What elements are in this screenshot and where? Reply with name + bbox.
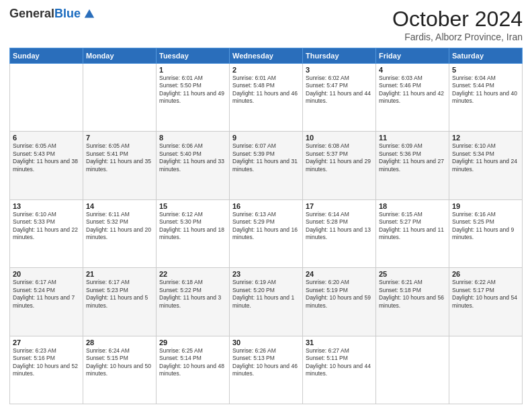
col-monday: Monday bbox=[83, 48, 157, 64]
day-info: Sunrise: 6:06 AM Sunset: 5:40 PM Dayligh… bbox=[159, 142, 226, 173]
day-info: Sunrise: 6:03 AM Sunset: 5:46 PM Dayligh… bbox=[379, 75, 446, 105]
day-number: 3 bbox=[306, 66, 373, 74]
table-row: 6Sunrise: 6:05 AM Sunset: 5:43 PM Daylig… bbox=[10, 132, 83, 199]
table-row: 8Sunrise: 6:06 AM Sunset: 5:40 PM Daylig… bbox=[157, 132, 230, 199]
day-info: Sunrise: 6:15 AM Sunset: 5:27 PM Dayligh… bbox=[379, 211, 446, 242]
day-number: 1 bbox=[159, 66, 226, 74]
day-info: Sunrise: 6:17 AM Sunset: 5:24 PM Dayligh… bbox=[13, 279, 80, 310]
day-number: 14 bbox=[86, 202, 153, 210]
table-row: 23Sunrise: 6:19 AM Sunset: 5:20 PM Dayli… bbox=[230, 268, 303, 336]
day-info: Sunrise: 6:10 AM Sunset: 5:34 PM Dayligh… bbox=[452, 142, 519, 173]
table-row bbox=[83, 64, 157, 132]
table-row: 26Sunrise: 6:22 AM Sunset: 5:17 PM Dayli… bbox=[449, 268, 523, 336]
table-row: 16Sunrise: 6:13 AM Sunset: 5:29 PM Dayli… bbox=[230, 199, 303, 267]
logo-text: GeneralBlue bbox=[9, 7, 95, 21]
day-info: Sunrise: 6:16 AM Sunset: 5:25 PM Dayligh… bbox=[452, 211, 519, 242]
table-row: 5Sunrise: 6:04 AM Sunset: 5:44 PM Daylig… bbox=[449, 64, 523, 132]
table-row: 31Sunrise: 6:27 AM Sunset: 5:11 PM Dayli… bbox=[303, 336, 376, 404]
day-info: Sunrise: 6:11 AM Sunset: 5:32 PM Dayligh… bbox=[86, 211, 153, 242]
day-info: Sunrise: 6:10 AM Sunset: 5:33 PM Dayligh… bbox=[13, 211, 80, 242]
day-number: 25 bbox=[379, 270, 446, 278]
day-number: 31 bbox=[306, 338, 373, 347]
calendar-week-row: 20Sunrise: 6:17 AM Sunset: 5:24 PM Dayli… bbox=[10, 268, 523, 336]
day-number: 27 bbox=[13, 338, 80, 347]
table-row: 13Sunrise: 6:10 AM Sunset: 5:33 PM Dayli… bbox=[10, 199, 83, 267]
day-number: 26 bbox=[452, 270, 519, 278]
day-info: Sunrise: 6:21 AM Sunset: 5:18 PM Dayligh… bbox=[379, 279, 446, 310]
header: GeneralBlue October 2024 Fardis, Alborz … bbox=[9, 7, 523, 42]
table-row: 3Sunrise: 6:02 AM Sunset: 5:47 PM Daylig… bbox=[303, 64, 376, 132]
day-info: Sunrise: 6:23 AM Sunset: 5:16 PM Dayligh… bbox=[13, 347, 80, 378]
day-info: Sunrise: 6:01 AM Sunset: 5:50 PM Dayligh… bbox=[159, 75, 226, 105]
day-number: 9 bbox=[232, 134, 300, 142]
day-info: Sunrise: 6:19 AM Sunset: 5:20 PM Dayligh… bbox=[232, 279, 300, 310]
calendar-week-row: 6Sunrise: 6:05 AM Sunset: 5:43 PM Daylig… bbox=[10, 132, 523, 199]
table-row: 1Sunrise: 6:01 AM Sunset: 5:50 PM Daylig… bbox=[157, 64, 230, 132]
table-row: 29Sunrise: 6:25 AM Sunset: 5:14 PM Dayli… bbox=[157, 336, 230, 404]
day-number: 4 bbox=[379, 66, 446, 74]
day-info: Sunrise: 6:12 AM Sunset: 5:30 PM Dayligh… bbox=[159, 211, 226, 242]
day-number: 22 bbox=[159, 270, 226, 278]
day-info: Sunrise: 6:22 AM Sunset: 5:17 PM Dayligh… bbox=[452, 279, 519, 310]
day-number: 20 bbox=[13, 270, 80, 278]
table-row: 10Sunrise: 6:08 AM Sunset: 5:37 PM Dayli… bbox=[303, 132, 376, 199]
table-row: 11Sunrise: 6:09 AM Sunset: 5:36 PM Dayli… bbox=[376, 132, 449, 199]
calendar-week-row: 27Sunrise: 6:23 AM Sunset: 5:16 PM Dayli… bbox=[10, 336, 523, 404]
day-info: Sunrise: 6:18 AM Sunset: 5:22 PM Dayligh… bbox=[159, 279, 226, 310]
day-info: Sunrise: 6:25 AM Sunset: 5:14 PM Dayligh… bbox=[159, 347, 226, 378]
day-number: 18 bbox=[379, 202, 446, 210]
day-info: Sunrise: 6:02 AM Sunset: 5:47 PM Dayligh… bbox=[306, 75, 373, 105]
day-info: Sunrise: 6:04 AM Sunset: 5:44 PM Dayligh… bbox=[452, 75, 519, 105]
table-row: 2Sunrise: 6:01 AM Sunset: 5:48 PM Daylig… bbox=[230, 64, 303, 132]
table-row: 27Sunrise: 6:23 AM Sunset: 5:16 PM Dayli… bbox=[10, 336, 83, 404]
table-row: 25Sunrise: 6:21 AM Sunset: 5:18 PM Dayli… bbox=[376, 268, 449, 336]
calendar-header-row: Sunday Monday Tuesday Wednesday Thursday… bbox=[10, 48, 523, 64]
table-row bbox=[10, 64, 83, 132]
month-title: October 2024 bbox=[392, 7, 523, 32]
table-row bbox=[449, 336, 523, 404]
day-info: Sunrise: 6:08 AM Sunset: 5:37 PM Dayligh… bbox=[306, 142, 373, 173]
col-thursday: Thursday bbox=[303, 48, 376, 64]
table-row bbox=[376, 336, 449, 404]
day-info: Sunrise: 6:20 AM Sunset: 5:19 PM Dayligh… bbox=[306, 279, 373, 310]
day-info: Sunrise: 6:27 AM Sunset: 5:11 PM Dayligh… bbox=[306, 347, 373, 378]
table-row: 24Sunrise: 6:20 AM Sunset: 5:19 PM Dayli… bbox=[303, 268, 376, 336]
table-row: 19Sunrise: 6:16 AM Sunset: 5:25 PM Dayli… bbox=[449, 199, 523, 267]
day-number: 7 bbox=[86, 134, 153, 142]
table-row: 30Sunrise: 6:26 AM Sunset: 5:13 PM Dayli… bbox=[230, 336, 303, 404]
col-wednesday: Wednesday bbox=[230, 48, 303, 64]
col-tuesday: Tuesday bbox=[157, 48, 230, 64]
table-row: 14Sunrise: 6:11 AM Sunset: 5:32 PM Dayli… bbox=[83, 199, 157, 267]
day-number: 29 bbox=[159, 338, 226, 347]
table-row: 21Sunrise: 6:17 AM Sunset: 5:23 PM Dayli… bbox=[83, 268, 157, 336]
day-info: Sunrise: 6:07 AM Sunset: 5:39 PM Dayligh… bbox=[232, 142, 300, 173]
table-row: 15Sunrise: 6:12 AM Sunset: 5:30 PM Dayli… bbox=[157, 199, 230, 267]
day-info: Sunrise: 6:09 AM Sunset: 5:36 PM Dayligh… bbox=[379, 142, 446, 173]
day-info: Sunrise: 6:14 AM Sunset: 5:28 PM Dayligh… bbox=[306, 211, 373, 242]
day-info: Sunrise: 6:01 AM Sunset: 5:48 PM Dayligh… bbox=[232, 75, 300, 105]
calendar-week-row: 1Sunrise: 6:01 AM Sunset: 5:50 PM Daylig… bbox=[10, 64, 523, 132]
table-row: 18Sunrise: 6:15 AM Sunset: 5:27 PM Dayli… bbox=[376, 199, 449, 267]
table-row: 22Sunrise: 6:18 AM Sunset: 5:22 PM Dayli… bbox=[157, 268, 230, 336]
table-row: 17Sunrise: 6:14 AM Sunset: 5:28 PM Dayli… bbox=[303, 199, 376, 267]
day-number: 5 bbox=[452, 66, 519, 74]
day-number: 15 bbox=[159, 202, 226, 210]
table-row: 4Sunrise: 6:03 AM Sunset: 5:46 PM Daylig… bbox=[376, 64, 449, 132]
day-number: 12 bbox=[452, 134, 519, 142]
day-number: 23 bbox=[232, 270, 300, 278]
title-area: October 2024 Fardis, Alborz Province, Ir… bbox=[392, 7, 523, 42]
day-info: Sunrise: 6:17 AM Sunset: 5:23 PM Dayligh… bbox=[86, 279, 153, 310]
day-number: 24 bbox=[306, 270, 373, 278]
col-sunday: Sunday bbox=[10, 48, 83, 64]
day-number: 17 bbox=[306, 202, 373, 210]
subtitle: Fardis, Alborz Province, Iran bbox=[392, 32, 523, 42]
page-container: GeneralBlue October 2024 Fardis, Alborz … bbox=[0, 0, 532, 411]
day-info: Sunrise: 6:24 AM Sunset: 5:15 PM Dayligh… bbox=[86, 347, 153, 378]
day-info: Sunrise: 6:05 AM Sunset: 5:41 PM Dayligh… bbox=[86, 142, 153, 173]
day-number: 16 bbox=[232, 202, 300, 210]
col-saturday: Saturday bbox=[449, 48, 523, 64]
day-number: 21 bbox=[86, 270, 153, 278]
day-info: Sunrise: 6:13 AM Sunset: 5:29 PM Dayligh… bbox=[232, 211, 300, 242]
table-row: 12Sunrise: 6:10 AM Sunset: 5:34 PM Dayli… bbox=[449, 132, 523, 199]
day-number: 28 bbox=[86, 338, 153, 347]
